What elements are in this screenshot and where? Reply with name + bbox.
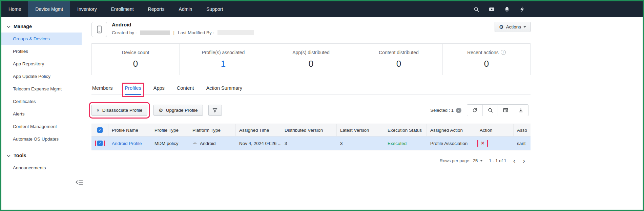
- remove-action-icon[interactable]: ×: [480, 140, 485, 147]
- tab-action-summary[interactable]: Action Summary: [206, 85, 242, 94]
- stat-value[interactable]: 0: [396, 59, 401, 69]
- column-view-button[interactable]: [498, 105, 513, 116]
- stat-label: Content distributed: [379, 50, 419, 55]
- sidebar: Manage Groups & Devices Profiles App Rep…: [1, 17, 86, 210]
- sidebar-item-announcements[interactable]: Announcements: [1, 162, 82, 174]
- clear-selection-icon[interactable]: ×: [456, 108, 461, 113]
- meta-divider: |: [173, 30, 175, 35]
- rows-per-page-value: 25: [473, 158, 478, 163]
- sidebar-item-app-repository[interactable]: App Repository: [1, 58, 82, 70]
- nav-home[interactable]: Home: [1, 1, 28, 17]
- stat-value[interactable]: 0: [484, 59, 489, 69]
- nav-device-mgmt[interactable]: Device Mgmt: [28, 1, 70, 17]
- rows-per-page-select[interactable]: Rows per page: 25: [440, 158, 483, 163]
- page-title: Android: [112, 22, 254, 27]
- rows-per-page-label: Rows per page:: [440, 158, 471, 163]
- page-meta: Created by : | Last Modified By :: [112, 30, 254, 35]
- stat-recent-actions: Recent actions i 0: [443, 44, 530, 75]
- main-content: Android Created by : | Last Modified By …: [86, 17, 643, 210]
- col-profile-type[interactable]: Profile Type: [151, 124, 189, 136]
- col-distributed-version[interactable]: Distributed Version: [281, 124, 337, 136]
- col-associated-by[interactable]: Asso: [514, 124, 531, 136]
- export-button[interactable]: [513, 105, 528, 116]
- stat-apps-distributed: App(s) distributed 0: [267, 44, 355, 75]
- navbar-icons: [473, 1, 643, 17]
- chevron-down-icon: [7, 24, 11, 29]
- stat-value[interactable]: 0: [133, 59, 138, 69]
- page-header: Android Created by : | Last Modified By …: [91, 22, 531, 37]
- profile-type-cell: MDM policy: [151, 141, 189, 146]
- sidebar-item-app-update-policy[interactable]: App Update Policy: [1, 70, 82, 83]
- flash-icon[interactable]: [519, 6, 525, 13]
- pagination-bar: Rows per page: 25 1 - 1 of 1 ‹ ›: [91, 157, 531, 164]
- refresh-icon: [472, 107, 478, 113]
- tab-apps[interactable]: Apps: [153, 85, 165, 94]
- col-assigned-time[interactable]: Assigned Time: [236, 124, 281, 136]
- caret-down-icon: [523, 26, 526, 28]
- row-checkbox[interactable]: ✓: [97, 141, 103, 146]
- chevron-down-icon: [7, 153, 11, 158]
- nav-inventory[interactable]: Inventory: [70, 1, 104, 17]
- col-platform-type[interactable]: Platform Type: [189, 124, 236, 136]
- select-all-checkbox[interactable]: ✓: [97, 127, 103, 133]
- table-header-row: ✓ Profile Name Profile Type Platform Typ…: [91, 124, 531, 136]
- prev-page-icon[interactable]: ‹: [513, 157, 516, 164]
- stat-value[interactable]: 0: [309, 59, 313, 69]
- search-table-button[interactable]: [482, 105, 498, 116]
- actions-button[interactable]: ⚙ Actions: [495, 22, 531, 32]
- next-page-icon[interactable]: ›: [522, 157, 526, 164]
- tab-content[interactable]: Content: [177, 85, 194, 94]
- profiles-table: ✓ Profile Name Profile Type Platform Typ…: [91, 124, 531, 150]
- disassociate-profile-button[interactable]: × Disassociate Profile: [91, 105, 147, 116]
- nav-reports[interactable]: Reports: [141, 1, 172, 17]
- stat-label: App(s) distributed: [292, 50, 330, 55]
- latest-version-cell: 3: [337, 141, 384, 146]
- filter-button[interactable]: [208, 105, 222, 116]
- nav-enrollment[interactable]: Enrollment: [104, 1, 141, 17]
- sidebar-section-label: Manage: [14, 24, 32, 29]
- collapse-sidebar-icon[interactable]: [76, 180, 83, 185]
- sidebar-item-telecom-expense[interactable]: Telecom Expense Mgmt: [1, 83, 82, 95]
- info-icon[interactable]: i: [501, 50, 506, 55]
- col-execution-status[interactable]: Execution Status: [384, 124, 427, 136]
- stat-content-distributed: Content distributed 0: [355, 44, 443, 75]
- tab-bar: Members Profiles Apps Content Action Sum…: [91, 85, 531, 95]
- col-profile-name[interactable]: Profile Name: [108, 124, 151, 136]
- app-window: Home Device Mgmt Inventory Enrollment Re…: [0, 0, 644, 211]
- top-navbar: Home Device Mgmt Inventory Enrollment Re…: [1, 1, 643, 17]
- col-assigned-action[interactable]: Assigned Action: [427, 124, 476, 136]
- sidebar-item-certificates[interactable]: Certificates: [1, 95, 82, 108]
- stat-device-count: Device count 0: [92, 44, 180, 75]
- sidebar-section-manage[interactable]: Manage: [1, 21, 86, 33]
- assigned-action-cell: Profile Association: [427, 141, 476, 146]
- gear-icon: ⚙: [499, 24, 503, 29]
- video-icon[interactable]: [489, 6, 495, 13]
- sidebar-section-tools[interactable]: Tools: [1, 150, 86, 162]
- sidebar-item-automate-os-updates[interactable]: Automate OS Updates: [1, 133, 82, 145]
- sidebar-item-groups-devices[interactable]: Groups & Devices: [1, 33, 82, 45]
- nav-admin[interactable]: Admin: [172, 1, 200, 17]
- nav-support[interactable]: Support: [199, 1, 230, 17]
- stat-label: Recent actions: [467, 50, 499, 55]
- sidebar-item-content-management[interactable]: Content Management: [1, 120, 82, 133]
- col-action[interactable]: Action: [476, 124, 514, 136]
- notification-icon[interactable]: [504, 6, 510, 13]
- table-tools: [467, 104, 528, 116]
- selected-count: Selected : 1 ×: [430, 108, 461, 113]
- refresh-button[interactable]: [467, 105, 482, 116]
- sidebar-item-profiles[interactable]: Profiles: [1, 45, 82, 58]
- sidebar-item-alerts[interactable]: Alerts: [1, 108, 82, 120]
- platform-type-label: Android: [200, 141, 216, 146]
- android-device-icon: [91, 22, 107, 37]
- upgrade-profile-button[interactable]: ⚙ Upgrade Profile: [153, 105, 203, 116]
- funnel-icon: [212, 107, 218, 113]
- search-icon[interactable]: [473, 6, 480, 13]
- upgrade-profile-label: Upgrade Profile: [166, 108, 198, 113]
- table-row[interactable]: ✓ Android Profile MDM policy Android Nov…: [91, 136, 531, 150]
- tab-profiles[interactable]: Profiles: [125, 85, 141, 94]
- tab-members[interactable]: Members: [92, 85, 112, 94]
- platform-type-cell: Android: [189, 141, 236, 146]
- profile-name-link[interactable]: Android Profile: [112, 141, 142, 146]
- col-latest-version[interactable]: Latest Version: [337, 124, 384, 136]
- stat-value[interactable]: 1: [221, 59, 226, 69]
